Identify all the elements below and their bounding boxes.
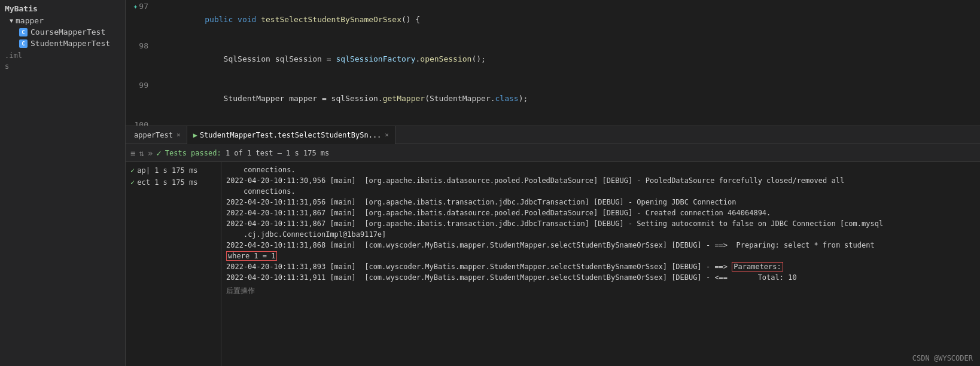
line-content-99: StudentMapper mapper = sqlSession.getMap… <box>156 79 980 118</box>
sidebar: MyBatis ▼ mapper C CourseMapperTest C St… <box>0 0 126 366</box>
where-clause-box: where 1 = 1 <box>226 251 277 261</box>
log-line-6: .cj.jdbc.ConnectionImpl@1ba9117e] <box>226 229 975 240</box>
result-label-1: ect 1 s 175 ms <box>137 178 197 187</box>
tab-mapperstest-label: apperTest <box>134 131 173 139</box>
line-content-97: public void testSelectStudentBySnameOrSs… <box>156 0 980 39</box>
parameters-box: Parameters: <box>732 262 783 272</box>
main-panel: ✦97 public void testSelectStudentBySname… <box>126 0 980 366</box>
result-item-0[interactable]: ✓ ap| 1 s 175 ms <box>126 164 221 176</box>
modified-marker-97: ✦ <box>133 2 138 11</box>
more-icon[interactable]: » <box>148 148 153 158</box>
log-output: connections. 2022-04-20-10:11:30,956 [ma… <box>221 162 980 366</box>
left-results: ✓ ap| 1 s 175 ms ✓ ect 1 s 175 ms <box>126 162 221 366</box>
tab-mapperstest-close[interactable]: × <box>176 131 181 139</box>
sort-icon[interactable]: ⇅ <box>139 148 144 158</box>
folder-label: mapper <box>16 16 44 25</box>
result-item-1[interactable]: ✓ ect 1 s 175 ms <box>126 176 221 188</box>
log-line-1: 2022-04-20-10:11:30,956 [main] [org.apac… <box>226 175 975 186</box>
code-lines: ✦97 public void testSelectStudentBySname… <box>126 0 980 126</box>
log-line-total: 2022-04-20-10:11:31,911 [main] [com.wysc… <box>226 272 975 283</box>
sidebar-iml-label: .iml <box>0 49 125 61</box>
line-num-97: ✦97 <box>126 0 156 13</box>
code-line-100: 100 Student student = new Student(); 没有参… <box>126 118 980 126</box>
file-name-studentmapper: StudentMapperTest <box>31 39 110 48</box>
log-line-2: connections. <box>226 186 975 197</box>
code-line-97: ✦97 public void testSelectStudentBySname… <box>126 0 980 39</box>
tab-studentmapper-label: StudentMapperTest.testSelectStudentBySn.… <box>200 131 381 139</box>
tab-run-icon: ▶ <box>193 131 197 139</box>
pass-check-icon: ✓ <box>156 148 161 158</box>
log-line-7: 2022-04-20-10:11:31,868 [main] [com.wysc… <box>226 240 975 251</box>
file-name-coursemapper: CourseMapperTest <box>31 28 105 36</box>
line-content-98: SqlSession sqlSession = sqlSessionFactor… <box>156 39 980 79</box>
line-num-98: 98 <box>126 39 156 53</box>
result-check-0: ✓ <box>130 166 135 175</box>
log-line-5: 2022-04-20-10:11:31,867 [main] [org.apac… <box>226 218 975 229</box>
pass-label: Tests passed: <box>165 149 221 157</box>
log-line-3: 2022-04-20-10:11:31,056 [main] [org.apac… <box>226 197 975 208</box>
line-content-100: Student student = new Student(); 没有参数 <box>156 118 980 126</box>
code-editor: ✦97 public void testSelectStudentBySname… <box>126 0 980 126</box>
code-line-99: 99 StudentMapper mapper = sqlSession.get… <box>126 79 980 118</box>
line-num-99: 99 <box>126 79 156 92</box>
file-icon-c2: C <box>19 39 28 48</box>
project-name[interactable]: MyBatis <box>0 2 125 15</box>
pass-time: – 1 s 175 ms <box>278 149 330 157</box>
run-status-text: Tests passed: 1 of 1 test – 1 s 175 ms <box>165 149 330 157</box>
tab-studentmappertest[interactable]: ▶ StudentMapperTest.testSelectStudentByS… <box>187 126 395 144</box>
sidebar-s-label: s <box>0 61 125 72</box>
line-num-100: 100 <box>126 118 156 126</box>
bottom-panel: apperTest × ▶ StudentMapperTest.testSele… <box>126 126 980 366</box>
folder-arrow-icon: ▼ <box>10 17 13 24</box>
csdn-watermark: CSDN @WYSCODER <box>912 354 973 362</box>
run-toolbar: ≡ ⇅ » ✓ Tests passed: 1 of 1 test – 1 s … <box>126 144 980 162</box>
code-line-98: 98 SqlSession sqlSession = sqlSessionFac… <box>126 39 980 79</box>
log-line-0: connections. <box>226 164 975 175</box>
result-label-0: ap| 1 s 175 ms <box>137 166 197 175</box>
tab-studentmapper-close[interactable]: × <box>385 131 389 139</box>
rerun-icon[interactable]: ≡ <box>130 148 135 158</box>
log-line-status: 后置操作 <box>226 285 975 296</box>
pass-count: 1 of 1 test <box>226 149 273 157</box>
tab-mapperstest[interactable]: apperTest × <box>128 126 187 144</box>
tab-bar: apperTest × ▶ StudentMapperTest.testSele… <box>126 126 980 144</box>
result-check-1: ✓ <box>130 178 135 187</box>
sidebar-file-studentmapper[interactable]: C StudentMapperTest <box>0 38 125 49</box>
log-line-where: where 1 = 1 <box>226 251 975 261</box>
file-icon-c: C <box>19 28 28 36</box>
sidebar-folder-mapper[interactable]: ▼ mapper <box>0 15 125 26</box>
panel-body: ✓ ap| 1 s 175 ms ✓ ect 1 s 175 ms connec… <box>126 162 980 366</box>
log-line-4: 2022-04-20-10:11:31,867 [main] [org.apac… <box>226 208 975 218</box>
log-line-params: 2022-04-20-10:11:31,893 [main] [com.wysc… <box>226 261 975 272</box>
sidebar-file-coursemapper[interactable]: C CourseMapperTest <box>0 26 125 38</box>
